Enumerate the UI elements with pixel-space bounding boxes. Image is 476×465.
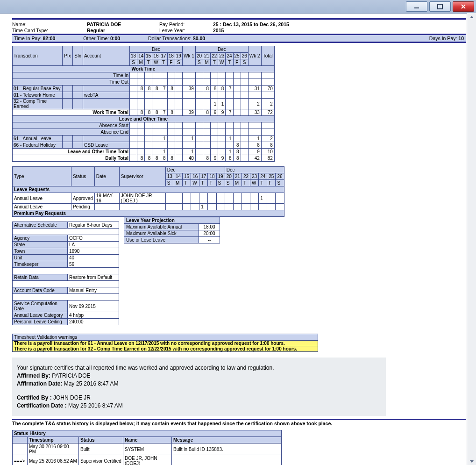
dip-value: 10: [458, 36, 464, 41]
dt-label: Dollar Transactions:: [148, 36, 193, 41]
payperiod-value: 25 : Dec 13, 2015 to Dec 26, 2015: [213, 21, 289, 27]
payperiod-label: Pay Period:: [159, 21, 213, 27]
requests-table: TypeStatusDateSupervisorDecDec1314151617…: [12, 166, 284, 217]
tip-value: 82:00: [43, 36, 55, 41]
attributes-table: Alternative ScheduleRegular 8-hour DaysA…: [12, 222, 119, 325]
aff-date: May 25 2016 8:47 AM: [64, 380, 119, 387]
name-value: PATRICIA DOE: [87, 21, 159, 27]
cert-intro: Your signature certifies that all report…: [17, 365, 381, 371]
aff-date-label: Affirmation Date:: [17, 380, 62, 387]
leave-projection-table: Leave Year ProjectionMaximum Available A…: [124, 217, 220, 243]
tctype-label: Time Card Type:: [12, 28, 87, 33]
cert-by-label: Certified By :: [17, 394, 52, 401]
timecard-table: TransactionPfxSfxAccountDecWk 1DecWk 2To…: [12, 46, 275, 162]
close-button[interactable]: [453, 1, 474, 12]
header-row-name: Name: PATRICIA DOE Pay Period: 25 : Dec …: [12, 21, 466, 27]
tip-label: Time In Pay:: [14, 36, 43, 41]
svg-rect-0: [414, 7, 419, 8]
scroll-up-icon[interactable]: [468, 13, 476, 21]
name-label: Name:: [12, 21, 87, 27]
vertical-scrollbar[interactable]: [467, 13, 476, 465]
ot-label: Other Time:: [83, 36, 110, 41]
window-titlebar: [0, 0, 476, 14]
tctype-value: Regular: [87, 28, 159, 33]
leaveyear-value: 2015: [213, 28, 224, 33]
validation-warnings: Timesheet Validation warningsThere is a …: [12, 334, 318, 352]
cert-date: May 25 2016 8:47 AM: [68, 402, 123, 409]
ot-value: 0:00: [110, 36, 120, 41]
minimize-button[interactable]: [406, 1, 427, 12]
status-history-table: Status HistoryTimestampStatusNameMessage…: [12, 430, 282, 465]
aff-by: PATRICIA DOE: [52, 372, 90, 379]
maximize-button[interactable]: [429, 1, 451, 12]
scroll-down-icon[interactable]: [468, 457, 476, 465]
cert-date-label: Certification Date :: [17, 402, 67, 409]
svg-rect-1: [438, 4, 442, 9]
cert-by: JOHN DOE JR: [53, 394, 91, 401]
certification-block: Your signature certifies that all report…: [12, 358, 386, 416]
history-note: The complete T&A status history is displ…: [12, 421, 466, 426]
header-row-type: Time Card Type: Regular Leave Year: 2015: [12, 28, 466, 33]
leaveyear-label: Leave Year:: [159, 28, 213, 33]
dip-label: Days In Pay:: [429, 36, 458, 41]
aff-by-label: Affirmed By:: [17, 372, 50, 379]
dt-value: $0.00: [193, 36, 205, 41]
summary-strip: Time In Pay: 82:00 Other Time: 0:00 Doll…: [12, 34, 466, 43]
